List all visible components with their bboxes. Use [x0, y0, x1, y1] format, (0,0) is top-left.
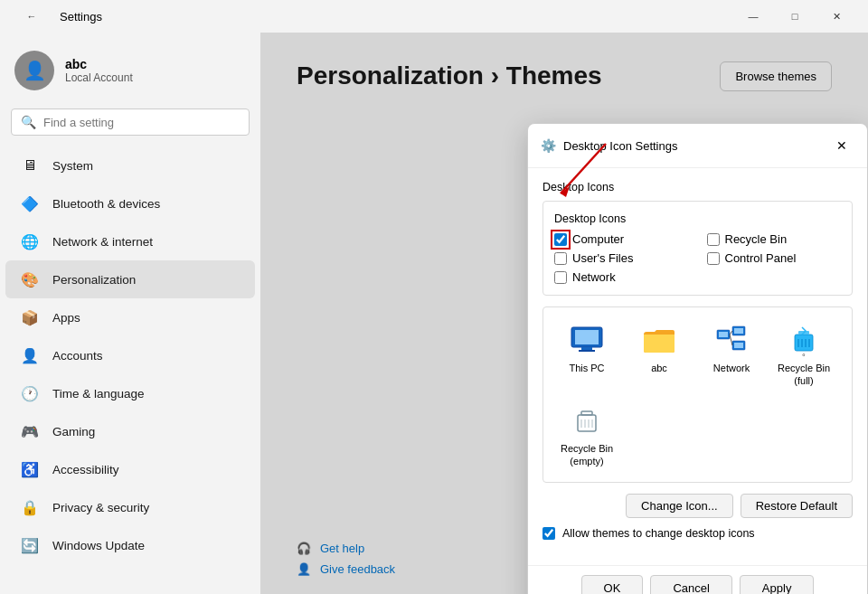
titlebar-left: ← Settings — [11, 0, 102, 33]
sidebar-item-label: System — [52, 159, 93, 173]
svg-rect-1 — [575, 330, 599, 344]
search-icon: 🔍 — [21, 115, 36, 129]
sidebar-item-gaming[interactable]: 🎮 Gaming — [5, 412, 255, 450]
system-icon: 🖥 — [20, 156, 40, 175]
checkbox-network[interactable]: Network — [554, 270, 689, 284]
checkbox-computer[interactable]: Computer — [554, 232, 689, 246]
sidebar-item-label: Network & internet — [52, 235, 153, 249]
svg-line-11 — [730, 335, 732, 345]
network-label: Network — [572, 270, 616, 284]
sidebar-item-bluetooth[interactable]: 🔷 Bluetooth & devices — [5, 184, 255, 222]
user-account-type: Local Account — [65, 71, 133, 84]
search-box: 🔍 — [11, 108, 250, 136]
svg-rect-9 — [734, 343, 743, 348]
sidebar-item-accounts[interactable]: 👤 Accounts — [5, 336, 255, 374]
time-icon: 🕐 — [20, 383, 40, 403]
icon-item-network[interactable]: Network — [699, 318, 764, 391]
sidebar-item-label: Personalization — [52, 273, 136, 287]
app-title: Settings — [60, 10, 102, 24]
allow-themes-label: Allow themes to change desktop icons — [562, 527, 755, 540]
svg-rect-15 — [578, 415, 596, 431]
checkbox-users-files[interactable]: User's Files — [554, 251, 689, 265]
accessibility-icon: ♿ — [20, 459, 40, 479]
svg-rect-7 — [734, 328, 743, 334]
sidebar-item-personalization[interactable]: 🎨 Personalization — [5, 260, 255, 298]
dialog-overlay: ⚙️ Desktop Icon Settings ✕ Desktop Icons… — [260, 33, 868, 594]
sidebar-item-label: Apps — [52, 311, 80, 325]
desktop-icons-section-label: Desktop Icons — [542, 181, 853, 193]
svg-rect-2 — [581, 347, 592, 350]
svg-rect-16 — [581, 411, 592, 415]
network-icon-label: Network — [713, 362, 750, 374]
control-panel-checkbox[interactable] — [707, 252, 720, 265]
window-controls: — □ ✕ — [732, 0, 857, 33]
icons-preview: This PC abc — [542, 306, 853, 483]
personalization-icon: 🎨 — [20, 269, 40, 289]
user-section: 👤 abc Local Account — [0, 40, 260, 105]
dialog-actions-row: Change Icon... Restore Default — [542, 494, 853, 518]
recycle-full-label: Recycle Bin (full) — [775, 362, 833, 388]
sidebar-item-label: Bluetooth & devices — [52, 197, 160, 211]
cancel-button[interactable]: Cancel — [650, 575, 731, 594]
desktop-icons-group: Desktop Icons Computer Recycle Bin — [542, 201, 853, 296]
control-panel-label: Control Panel — [725, 251, 797, 265]
dialog-titlebar: ⚙️ Desktop Icon Settings ✕ — [528, 124, 867, 168]
sidebar-item-accessibility[interactable]: ♿ Accessibility — [5, 450, 255, 488]
abc-folder-icon — [641, 322, 677, 358]
icon-item-abc[interactable]: abc — [627, 318, 692, 391]
dialog-title: Desktop Icon Settings — [563, 139, 677, 153]
recycle-bin-checkbox[interactable] — [707, 233, 720, 246]
icon-item-recycle-empty[interactable]: Recycle Bin (empty) — [554, 399, 619, 472]
user-info: abc Local Account — [65, 57, 133, 84]
recycle-bin-label: Recycle Bin — [725, 232, 788, 246]
sidebar: 👤 abc Local Account 🔍 🖥 System 🔷 Bluetoo… — [0, 33, 260, 594]
apply-button[interactable]: Apply — [740, 575, 815, 594]
dialog-settings-icon: ⚙️ — [541, 138, 556, 153]
minimize-button[interactable]: — — [732, 0, 774, 33]
svg-rect-5 — [719, 332, 728, 337]
back-button[interactable]: ← — [11, 0, 52, 33]
restore-default-button[interactable]: Restore Default — [741, 494, 853, 518]
sidebar-item-network[interactable]: 🌐 Network & internet — [5, 222, 255, 260]
privacy-icon: 🔒 — [20, 497, 40, 517]
allow-themes-checkbox[interactable] — [542, 527, 555, 540]
ok-button[interactable]: OK — [581, 575, 644, 594]
change-icon-button[interactable]: Change Icon... — [626, 494, 733, 518]
sidebar-item-system[interactable]: 🖥 System — [5, 146, 255, 184]
abc-label: abc — [651, 362, 667, 374]
group-label: Desktop Icons — [554, 212, 841, 225]
this-pc-label: This PC — [569, 362, 604, 374]
bluetooth-icon: 🔷 — [20, 193, 40, 213]
search-input[interactable] — [43, 116, 240, 129]
users-files-checkbox[interactable] — [554, 252, 567, 265]
dialog-body: Desktop Icons Desktop Icons Computer Rec… — [528, 168, 867, 565]
sidebar-item-apps[interactable]: 📦 Apps — [5, 298, 255, 336]
network-checkbox[interactable] — [554, 271, 567, 284]
apps-icon: 📦 — [20, 307, 40, 327]
recycle-full-icon: ♻ — [786, 322, 822, 358]
dialog-title-group: ⚙️ Desktop Icon Settings — [541, 138, 677, 153]
checkboxes-grid: Computer Recycle Bin User's Files — [554, 232, 841, 284]
sidebar-item-label: Accessibility — [52, 463, 119, 476]
close-button[interactable]: ✕ — [816, 0, 857, 33]
icon-item-recycle-full[interactable]: ♻ Recycle Bin (full) — [771, 318, 836, 391]
sidebar-item-time[interactable]: 🕐 Time & language — [5, 374, 255, 412]
computer-label: Computer — [572, 232, 624, 246]
svg-line-10 — [730, 331, 732, 335]
sidebar-item-privacy[interactable]: 🔒 Privacy & security — [5, 488, 255, 526]
dialog-close-button[interactable]: ✕ — [829, 133, 854, 158]
computer-checkbox[interactable] — [554, 233, 567, 246]
avatar-letter: 👤 — [24, 60, 46, 81]
svg-rect-12 — [795, 335, 813, 351]
svg-rect-3 — [579, 350, 595, 352]
maximize-button[interactable]: □ — [774, 0, 816, 33]
desktop-icon-settings-dialog: ⚙️ Desktop Icon Settings ✕ Desktop Icons… — [527, 123, 868, 594]
accounts-icon: 👤 — [20, 345, 40, 365]
checkbox-control-panel[interactable]: Control Panel — [707, 251, 842, 265]
checkbox-recycle-bin[interactable]: Recycle Bin — [707, 232, 842, 246]
sidebar-item-label: Accounts — [52, 349, 103, 363]
sidebar-item-windows-update[interactable]: 🔄 Windows Update — [5, 526, 255, 564]
content-area: Personalization › Themes Browse themes 🎧… — [260, 33, 868, 594]
icon-item-this-pc[interactable]: This PC — [554, 318, 619, 391]
dialog-footer: OK Cancel Apply — [528, 565, 867, 594]
